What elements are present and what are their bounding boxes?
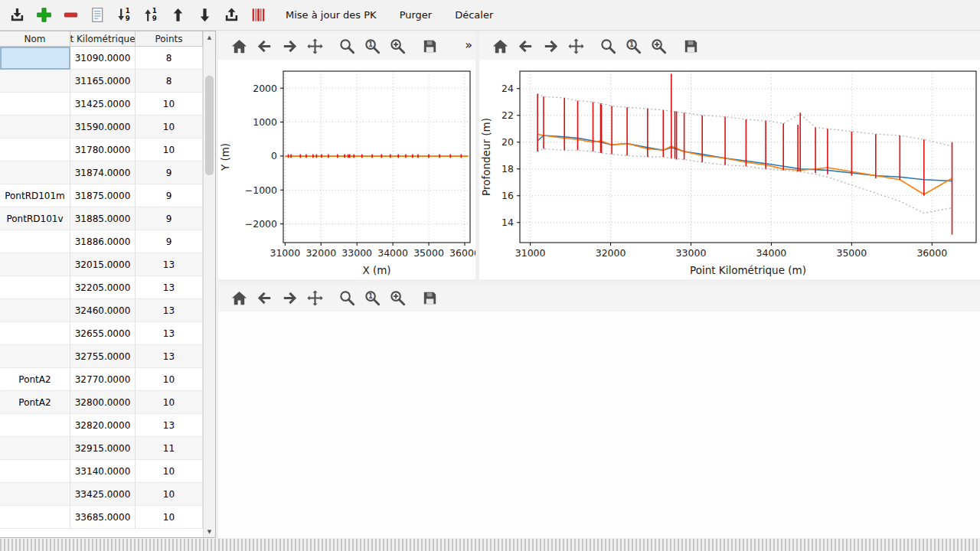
table-cell-pk[interactable]: 33140.0000 <box>70 460 136 483</box>
zoom-plus-button[interactable] <box>386 286 409 309</box>
table-cell-nom[interactable] <box>0 116 70 139</box>
table-cell-nom[interactable] <box>0 460 70 483</box>
table-cell-nom[interactable] <box>0 93 70 116</box>
remove-button[interactable] <box>58 2 83 28</box>
table-cell-points[interactable]: 11 <box>136 437 203 460</box>
table-cell-pk[interactable]: 31780.0000 <box>70 139 136 161</box>
table-cell-points[interactable]: 10 <box>136 139 203 161</box>
save-button[interactable] <box>418 34 441 57</box>
back-button[interactable] <box>514 34 537 57</box>
table-cell-pk[interactable]: 32770.0000 <box>70 368 136 391</box>
table-cell-points[interactable]: 9 <box>136 230 203 253</box>
table-cell-pk[interactable]: 31875.0000 <box>70 184 136 207</box>
column-header-point-kilometrique[interactable]: t Kilométrique <box>70 31 136 47</box>
zoom-button[interactable] <box>335 286 358 309</box>
table-cell-nom[interactable] <box>0 414 70 437</box>
table-cell-points[interactable]: 10 <box>136 506 203 529</box>
column-header-points[interactable]: Points <box>136 31 203 47</box>
zoom-one-button[interactable] <box>361 286 384 309</box>
column-header-nom[interactable]: Nom <box>0 31 70 47</box>
plot-plan-canvas[interactable]: 310003200033000340003500036000−2000−1000… <box>218 60 475 279</box>
table-cell-nom[interactable]: PontA2 <box>0 368 70 391</box>
table-cell-pk[interactable]: 32755.0000 <box>70 345 136 368</box>
zoom-button[interactable] <box>335 34 358 57</box>
table-cell-points[interactable]: 9 <box>136 207 203 230</box>
table-cell-pk[interactable]: 32460.0000 <box>70 299 136 322</box>
table-cell-nom[interactable] <box>0 253 70 276</box>
table-cell-pk[interactable]: 33425.0000 <box>70 483 136 506</box>
table-cell-pk[interactable]: 32820.0000 <box>70 414 136 437</box>
table-cell-nom[interactable] <box>0 299 70 322</box>
table-cell-points[interactable]: 9 <box>136 184 203 207</box>
table-cell-points[interactable]: 10 <box>136 483 203 506</box>
table-cell-pk[interactable]: 32015.0000 <box>70 253 136 276</box>
table-cell-points[interactable]: 13 <box>136 276 203 299</box>
table-cell-nom[interactable] <box>0 506 70 529</box>
forward-button[interactable] <box>278 286 301 309</box>
table-cell-pk[interactable]: 31886.0000 <box>70 230 136 253</box>
scrollbar-up-arrow-icon[interactable]: ▲ <box>204 31 215 43</box>
home-button[interactable] <box>227 286 250 309</box>
table-cell-points[interactable]: 9 <box>136 161 203 184</box>
table-cell-pk[interactable]: 32800.0000 <box>70 391 136 414</box>
home-button[interactable] <box>488 34 511 57</box>
purge-button[interactable]: Purger <box>391 4 441 27</box>
table-cell-nom[interactable] <box>0 483 70 506</box>
table-cell-nom[interactable] <box>0 322 70 345</box>
pan-button[interactable] <box>564 34 587 57</box>
scrollbar-thumb[interactable] <box>205 76 214 175</box>
pan-button[interactable] <box>303 286 326 309</box>
move-up-button[interactable] <box>165 2 191 28</box>
table-cell-points[interactable]: 10 <box>136 391 203 414</box>
table-cell-nom[interactable] <box>0 139 70 161</box>
forward-button[interactable] <box>539 34 562 57</box>
zoom-plus-button[interactable] <box>647 34 670 57</box>
import-button[interactable] <box>5 2 30 28</box>
move-down-button[interactable] <box>192 2 217 28</box>
table-cell-points[interactable]: 10 <box>136 460 203 483</box>
table-cell-pk[interactable]: 31874.0000 <box>70 161 136 184</box>
table-cell-nom[interactable] <box>0 437 70 460</box>
table-cell-points[interactable]: 13 <box>136 414 203 437</box>
table-cell-points[interactable]: 10 <box>136 368 203 391</box>
table-cell-nom[interactable] <box>0 70 70 93</box>
table-cell-pk[interactable]: 33685.0000 <box>70 506 136 529</box>
scrollbar-down-arrow-icon[interactable]: ▼ <box>204 526 215 537</box>
sort-ascending-button[interactable] <box>139 2 164 28</box>
table-cell-nom[interactable]: PontRD101v <box>0 207 70 230</box>
plot3-canvas-empty[interactable] <box>218 311 980 538</box>
table-cell-pk[interactable]: 31590.0000 <box>70 116 136 139</box>
toolbar-overflow-chevron[interactable]: » <box>465 37 472 52</box>
table-cell-pk[interactable]: 31165.0000 <box>70 70 136 93</box>
table-scrollbar[interactable]: ▲ ▼ <box>203 31 215 537</box>
table-cell-nom[interactable] <box>0 345 70 368</box>
table-cell-pk[interactable]: 31425.0000 <box>70 93 136 116</box>
plot-profile-canvas[interactable]: 3100032000330003400035000360001416182022… <box>479 60 980 279</box>
zoom-button[interactable] <box>596 34 619 57</box>
shift-button[interactable]: Décaler <box>446 4 501 27</box>
back-button[interactable] <box>253 286 276 309</box>
back-button[interactable] <box>253 34 276 57</box>
zoom-one-button[interactable] <box>622 34 645 57</box>
zoom-plus-button[interactable] <box>386 34 409 57</box>
table-cell-pk[interactable]: 32915.0000 <box>70 437 136 460</box>
table-cell-pk[interactable]: 32205.0000 <box>70 276 136 299</box>
pan-button[interactable] <box>303 34 326 57</box>
table-cell-nom[interactable] <box>0 47 70 70</box>
table-cell-pk[interactable]: 31090.0000 <box>70 47 136 70</box>
table-cell-points[interactable]: 13 <box>136 253 203 276</box>
zoom-one-button[interactable] <box>361 34 384 57</box>
table-cell-pk[interactable]: 32655.0000 <box>70 322 136 345</box>
add-button[interactable] <box>31 2 57 28</box>
table-cell-pk[interactable]: 31885.0000 <box>70 207 136 230</box>
update-pk-button[interactable]: Mise à jour des PK <box>277 4 385 27</box>
save-button[interactable] <box>679 34 702 57</box>
table-cell-points[interactable]: 13 <box>136 322 203 345</box>
table-cell-nom[interactable]: PontA2 <box>0 391 70 414</box>
profiles-button[interactable] <box>246 2 271 28</box>
table-cell-points[interactable]: 10 <box>136 116 203 139</box>
table-cell-points[interactable]: 13 <box>136 299 203 322</box>
table-cell-nom[interactable] <box>0 230 70 253</box>
table-cell-nom[interactable] <box>0 276 70 299</box>
table-cell-nom[interactable]: PontRD101m <box>0 184 70 207</box>
